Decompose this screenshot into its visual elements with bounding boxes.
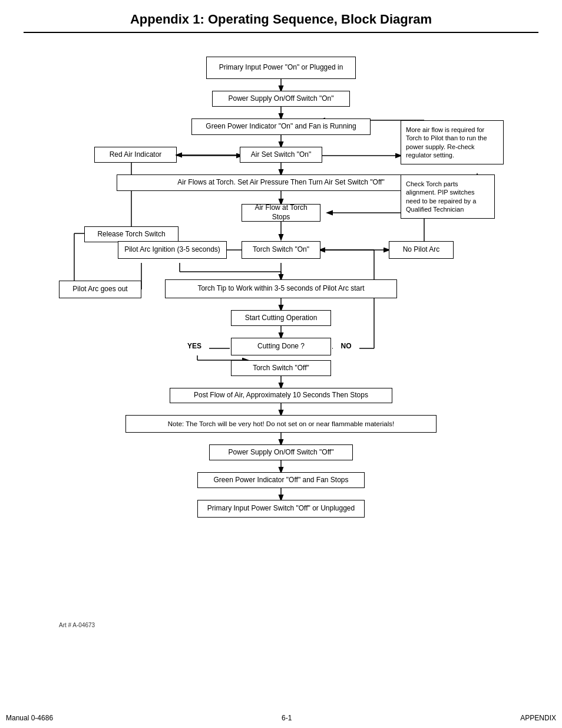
box-no-label: NO xyxy=(333,338,359,355)
box-pilot-arc-goes-out: Pilot Arc goes out xyxy=(59,281,141,298)
box-power-supply-off: Power Supply On/Off Switch "Off" xyxy=(209,444,353,460)
box-air-flows-torch: Air Flows at Torch. Set Air Pressure The… xyxy=(117,174,445,191)
box-cutting-done: Cutting Done ? xyxy=(231,338,331,355)
box-start-cutting: Start Cutting Operation xyxy=(231,310,331,326)
diagram-area: Primary Input Power "On" or Plugged in P… xyxy=(24,45,538,664)
box-post-flow: Post Flow of Air, Approximately 10 Secon… xyxy=(170,388,392,403)
box-torch-tip-work: Torch Tip to Work within 3-5 seconds of … xyxy=(165,279,397,298)
footer-center: 6-1 xyxy=(282,714,292,722)
box-green-indicator-off: Green Power Indicator "Off" and Fan Stop… xyxy=(197,472,365,488)
page-title: Appendix 1: Operating Sequence, Block Di… xyxy=(24,12,538,33)
art-number: Art # A-04673 xyxy=(59,622,95,628)
box-yes-label: YES xyxy=(180,338,209,355)
box-primary-input-on: Primary Input Power "On" or Plugged in xyxy=(206,57,356,79)
box-note-hot: Note: The Torch will be very hot! Do not… xyxy=(125,415,437,433)
box-red-air-indicator: Red Air Indicator xyxy=(94,147,177,163)
box-primary-input-off: Primary Input Power Switch "Off" or Unpl… xyxy=(197,500,365,518)
box-power-supply-on: Power Supply On/Off Switch "On" xyxy=(212,91,350,107)
page: Appendix 1: Operating Sequence, Block Di… xyxy=(0,0,562,728)
footer-right: APPENDIX xyxy=(520,714,556,722)
box-check-torch: Check Torch parts alignment. PIP switche… xyxy=(401,174,495,219)
box-more-air-flow: More air flow is required for Torch to P… xyxy=(401,120,504,164)
footer-left: Manual 0-4686 xyxy=(6,714,53,722)
box-air-set-switch: Air Set Switch "On" xyxy=(240,147,322,163)
box-green-indicator-on: Green Power Indicator "On" and Fan is Ru… xyxy=(191,118,371,135)
box-release-torch: Release Torch Switch xyxy=(84,226,178,242)
footer: Manual 0-4686 6-1 APPENDIX xyxy=(0,714,562,722)
box-no-pilot-arc: No Pilot Arc xyxy=(389,241,454,259)
box-pilot-arc-ignition: Pilot Arc Ignition (3-5 seconds) xyxy=(118,241,227,259)
box-air-flow-stops: Air Flow at Torch Stops xyxy=(242,204,320,222)
box-torch-switch-on: Torch Switch "On" xyxy=(242,241,320,259)
box-torch-switch-off: Torch Switch "Off" xyxy=(231,360,331,376)
